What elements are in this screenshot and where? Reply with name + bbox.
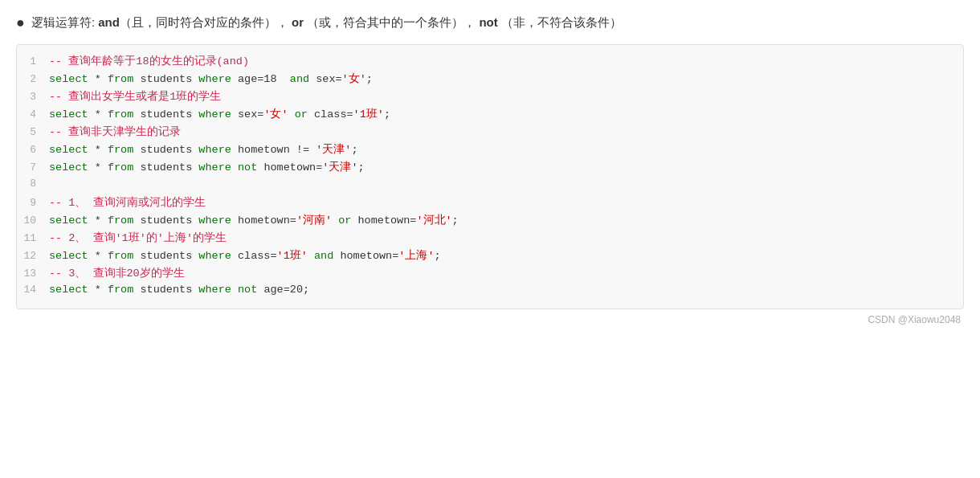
kw-or: or bbox=[292, 15, 304, 29]
code-line: 5 -- 查询非天津学生的记录 bbox=[17, 124, 963, 141]
code-line: 9 -- 1、 查询河南或河北的学生 bbox=[17, 194, 963, 212]
line-content: -- 1、 查询河南或河北的学生 bbox=[49, 195, 963, 210]
footer-note: CSDN @Xiaowu2048 bbox=[16, 314, 964, 325]
code-line: 3 -- 查询出女学生或者是1班的学生 bbox=[17, 88, 963, 106]
code-block: 1 -- 查询年龄等于18的女生的记录(and) 2 select * from… bbox=[16, 44, 964, 309]
line-number: 13 bbox=[17, 268, 49, 280]
line-number: 10 bbox=[17, 214, 49, 227]
line-content: select * from students where not hometow… bbox=[49, 160, 963, 174]
or-desc: （或，符合其中的一个条件）， bbox=[304, 15, 476, 29]
line-content: select * from students where not age=20; bbox=[49, 284, 963, 296]
line-content: select * from students where class='1班' … bbox=[49, 248, 963, 263]
bullet: ● bbox=[16, 13, 25, 33]
code-line: 7 select * from students where not homet… bbox=[17, 159, 963, 177]
code-line: 13 -- 3、 查询非20岁的学生 bbox=[17, 265, 963, 283]
line-number: 5 bbox=[17, 126, 49, 138]
line-number: 7 bbox=[17, 161, 49, 174]
line-content: -- 2、 查询'1班'的'上海'的学生 bbox=[49, 231, 963, 245]
line-number: 14 bbox=[17, 284, 49, 296]
line-content: select * from students where sex='女' or … bbox=[49, 107, 963, 121]
line-number: 4 bbox=[17, 108, 49, 121]
not-desc: （非，不符合该条件） bbox=[498, 15, 622, 29]
line-content: select * from students where age=18 and … bbox=[49, 71, 963, 86]
line-number: 11 bbox=[17, 232, 49, 244]
intro-text: 逻辑运算符: and（且，同时符合对应的条件）， or （或，符合其中的一个条件… bbox=[31, 13, 964, 32]
code-line: 8 bbox=[17, 177, 963, 194]
kw-not: not bbox=[479, 15, 497, 29]
code-line: 12 select * from students where class='1… bbox=[17, 247, 963, 265]
code-line: 14 select * from students where not age=… bbox=[17, 283, 963, 300]
code-line: 4 select * from students where sex='女' o… bbox=[17, 106, 963, 124]
and-desc: （且，同时符合对应的条件）， bbox=[120, 15, 288, 29]
line-number: 2 bbox=[17, 73, 49, 85]
line-number: 6 bbox=[17, 144, 49, 156]
line-content: -- 查询出女学生或者是1班的学生 bbox=[49, 89, 963, 104]
intro-label: 逻辑运算符: bbox=[31, 15, 98, 29]
code-line: 6 select * from students where hometown … bbox=[17, 141, 963, 159]
line-number: 12 bbox=[17, 250, 49, 262]
line-content: select * from students where hometown='河… bbox=[49, 213, 963, 227]
line-content: -- 3、 查询非20岁的学生 bbox=[49, 266, 963, 280]
line-content: -- 查询年龄等于18的女生的记录(and) bbox=[49, 54, 963, 68]
line-number: 3 bbox=[17, 91, 49, 103]
intro-line: ● 逻辑运算符: and（且，同时符合对应的条件）， or （或，符合其中的一个… bbox=[16, 13, 964, 33]
code-line: 1 -- 查询年龄等于18的女生的记录(and) bbox=[17, 53, 963, 71]
line-content: -- 查询非天津学生的记录 bbox=[49, 125, 963, 139]
line-number: 8 bbox=[17, 178, 49, 190]
code-line: 10 select * from students where hometown… bbox=[17, 212, 963, 230]
code-line: 2 select * from students where age=18 an… bbox=[17, 71, 963, 88]
line-number: 1 bbox=[17, 55, 49, 67]
code-line: 11 -- 2、 查询'1班'的'上海'的学生 bbox=[17, 230, 963, 247]
kw-and: and bbox=[98, 15, 120, 29]
line-content: select * from students where hometown !=… bbox=[49, 142, 963, 157]
line-number: 9 bbox=[17, 197, 49, 209]
